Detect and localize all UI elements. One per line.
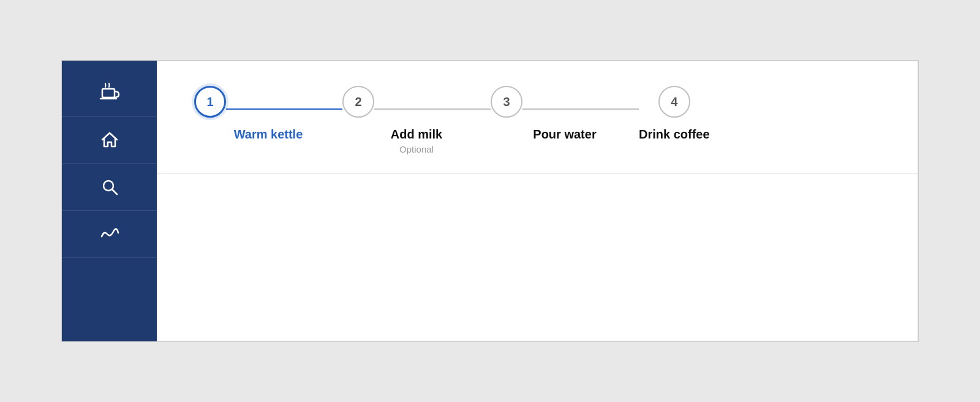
step-2-line — [374, 108, 491, 110]
step-3-wrapper: 3 Pour water — [491, 86, 639, 142]
step-2-label-area: Add milk Optional — [391, 127, 442, 154]
analytics-icon — [100, 224, 119, 244]
search-icon — [100, 177, 119, 197]
sidebar-item-search[interactable] — [62, 164, 157, 211]
step-4-label[interactable]: Drink coffee — [639, 127, 710, 142]
step-4-circle[interactable]: 4 — [658, 86, 690, 118]
sidebar-item-coffee[interactable] — [62, 67, 157, 116]
step-2-wrapper: 2 Add milk Optional — [342, 86, 491, 154]
step-2-connector: 2 — [342, 86, 491, 118]
step-1-wrapper: 1 Warm kettle — [194, 86, 342, 142]
step-4-label-area: Drink coffee — [639, 127, 710, 142]
step-3-circle[interactable]: 3 — [491, 86, 522, 118]
step-3-line — [522, 108, 639, 110]
step-2-sublabel: Optional — [391, 144, 442, 154]
app-container: 1 Warm kettle 2 — [61, 60, 919, 342]
step-4-connector: 4 — [658, 86, 690, 118]
step-1-circle[interactable]: 1 — [194, 86, 226, 118]
step-1-number: 1 — [206, 95, 213, 109]
svg-rect-0 — [102, 89, 115, 97]
sidebar-item-home[interactable] — [62, 116, 157, 164]
coffee-cup-icon — [99, 80, 121, 102]
step-2-label[interactable]: Add milk — [391, 127, 442, 142]
step-4-number: 4 — [671, 95, 677, 109]
step-4-wrapper: 4 Drink coffee — [639, 86, 710, 142]
step-1-label[interactable]: Warm kettle — [234, 127, 303, 142]
step-2-number: 2 — [355, 95, 361, 109]
svg-line-3 — [112, 189, 117, 194]
stepper-area: 1 Warm kettle 2 — [157, 61, 918, 173]
sidebar-item-analytics[interactable] — [62, 211, 157, 258]
step-3-label[interactable]: Pour water — [533, 127, 596, 142]
step-1-line — [226, 108, 342, 110]
step-3-number: 3 — [503, 95, 510, 109]
home-icon — [100, 130, 119, 150]
step-1-label-area: Warm kettle — [234, 127, 303, 142]
step-2-circle[interactable]: 2 — [342, 86, 374, 118]
step-3-label-area: Pour water — [533, 127, 596, 142]
content-area — [157, 173, 918, 341]
main-content: 1 Warm kettle 2 — [157, 61, 918, 341]
step-1-connector: 1 — [194, 86, 342, 118]
stepper: 1 Warm kettle 2 — [194, 86, 881, 154]
sidebar — [62, 61, 157, 341]
step-3-connector: 3 — [491, 86, 639, 118]
